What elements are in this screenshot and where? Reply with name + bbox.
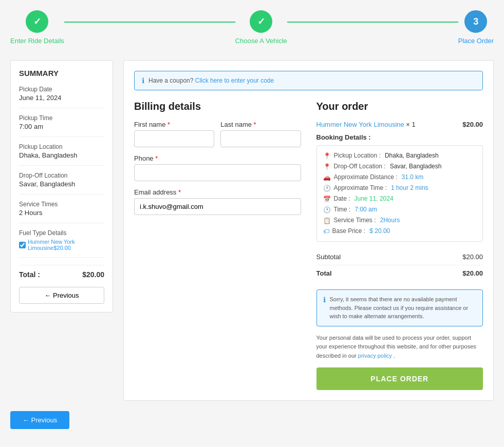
order-totals: Subtotal $20.00 Total $20.00 xyxy=(316,249,483,281)
summary-title: SUMMARY xyxy=(19,69,104,77)
privacy-text: Your personal data will be used to proce… xyxy=(316,334,483,361)
phone-row: Phone * xyxy=(134,154,301,181)
first-name-input[interactable] xyxy=(134,130,214,147)
step-circle-1: ✓ xyxy=(26,10,48,33)
phone-label: Phone * xyxy=(134,154,301,162)
step-label-3: Place Order xyxy=(458,37,494,45)
step-connector-1 xyxy=(64,22,235,23)
order-item-row: Hummer New York Limousine × 1 $20.00 xyxy=(316,121,483,128)
subtotal-label: Subtotal xyxy=(316,253,341,261)
car-icon: 🚗 xyxy=(323,174,331,181)
subtotal-value: $20.00 xyxy=(462,253,483,261)
detail-distance: 🚗 Approximate Distance : 31.0 km xyxy=(323,173,477,181)
calendar-icon: 📅 xyxy=(323,196,331,203)
booking-details-title: Booking Details : xyxy=(316,133,483,141)
billing-order-row: Billing details First name * Last name * xyxy=(134,101,483,390)
total-value: $20.00 xyxy=(82,270,104,279)
detail-service-times: 📋 Service Times : 2Hours xyxy=(323,217,477,224)
pickup-time-label: Pickup Time xyxy=(19,114,104,122)
service-times-label: Service Times xyxy=(19,201,104,208)
list-icon: 📋 xyxy=(323,217,331,224)
pickup-date-value: June 11, 2024 xyxy=(19,94,104,102)
first-name-group: First name * xyxy=(134,121,214,147)
order-panel: ℹ Have a coupon? Click here to enter you… xyxy=(123,60,494,401)
tag-icon: 🏷 xyxy=(323,228,329,235)
step-label-1: Enter Ride Details xyxy=(10,37,64,45)
payment-alert: ℹ Sorry, it seems that there are no avai… xyxy=(316,289,483,326)
detail-base-price: 🏷 Base Price : $ 20.00 xyxy=(323,227,477,235)
service-times-value: 2 Hours xyxy=(19,209,104,217)
alert-text: Sorry, it seems that there are no availa… xyxy=(330,295,477,321)
summary-pickup-time: Pickup Time 7:00 am xyxy=(19,114,104,137)
fuel-label: Fuel Type Details xyxy=(19,229,104,237)
location-icon-1: 📍 xyxy=(323,152,331,160)
phone-group: Phone * xyxy=(134,154,301,181)
step-circle-2: ✓ xyxy=(250,10,272,33)
step-place-order: 3 Place Order xyxy=(458,10,494,45)
email-group: Email address * xyxy=(134,188,301,215)
pickup-time-value: 7:00 am xyxy=(19,123,104,130)
pickup-location-value: Dhaka, Bangladesh xyxy=(19,151,104,159)
page-wrapper: ✓ Enter Ride Details ✓ Choose A Vehicle … xyxy=(0,0,504,439)
fuel-item: Hummer New York Limousine$20.00 xyxy=(19,239,104,251)
email-input[interactable] xyxy=(134,198,301,215)
email-label: Email address * xyxy=(134,188,301,196)
privacy-policy-link[interactable]: privacy policy xyxy=(358,353,392,359)
fuel-text: Hummer New York Limousine$20.00 xyxy=(28,239,104,251)
total-label: Total : xyxy=(19,270,40,279)
summary-service-times: Service Times 2 Hours xyxy=(19,201,104,223)
coupon-bar: ℹ Have a coupon? Click here to enter you… xyxy=(134,71,483,90)
order-total-value: $20.00 xyxy=(462,269,483,277)
total-row: Total $20.00 xyxy=(316,265,483,281)
summary-pickup-location: Pickup Location Dhaka, Bangladesh xyxy=(19,143,104,166)
step-enter-ride: ✓ Enter Ride Details xyxy=(10,10,64,45)
summary-pickup-date: Pickup Date June 11, 2024 xyxy=(19,86,104,108)
dropoff-location-label: Drop-Off Location xyxy=(19,172,104,179)
last-name-input[interactable] xyxy=(220,130,301,147)
pickup-date-label: Pickup Date xyxy=(19,86,104,93)
sidebar-previous-button[interactable]: ← Previous xyxy=(19,287,104,304)
coupon-text: Have a coupon? Click here to enter your … xyxy=(148,77,274,84)
your-order-section: Your order Hummer New York Limousine × 1… xyxy=(316,101,483,390)
summary-total-row: Total : $20.00 xyxy=(19,265,104,279)
first-name-label: First name * xyxy=(134,121,214,128)
booking-details-box: 📍 Pickup Location : Dhaka, Bangladesh 📍 … xyxy=(316,145,483,242)
alert-info-icon: ℹ xyxy=(323,296,326,321)
pickup-location-label: Pickup Location xyxy=(19,143,104,150)
your-order-title: Your order xyxy=(316,101,483,112)
detail-time: 🕐 Approximate Time : 1 hour 2 mins xyxy=(323,184,477,192)
detail-date: 📅 Date : June 11, 2024 xyxy=(323,195,477,203)
name-row: First name * Last name * xyxy=(134,121,301,147)
billing-title: Billing details xyxy=(134,101,301,112)
summary-panel: SUMMARY Pickup Date June 11, 2024 Pickup… xyxy=(10,60,113,313)
step-connector-2 xyxy=(287,22,458,23)
location-icon-2: 📍 xyxy=(323,163,331,170)
order-item-qty: × 1 xyxy=(406,121,415,128)
fuel-checkbox[interactable] xyxy=(19,242,26,248)
step-circle-3: 3 xyxy=(464,10,487,33)
place-order-button[interactable]: PLACE ORDER xyxy=(316,367,483,390)
summary-fuel: Fuel Type Details Hummer New York Limous… xyxy=(19,229,104,258)
detail-dropoff-location: 📍 Drop-Off Location : Savar, Bangladesh xyxy=(323,163,477,170)
email-row: Email address * xyxy=(134,188,301,215)
bottom-previous-button[interactable]: ← Previous xyxy=(10,411,69,429)
bottom-bar: ← Previous xyxy=(10,411,494,429)
clock-icon-2: 🕐 xyxy=(323,206,331,213)
order-item-price: $20.00 xyxy=(462,121,483,128)
detail-pickup-time: 🕐 Time : 7:00 am xyxy=(323,206,477,213)
last-name-label: Last name * xyxy=(220,121,301,128)
order-total-label: Total xyxy=(316,269,332,277)
dropoff-location-value: Savar, Bangladesh xyxy=(19,180,104,188)
clock-icon-1: 🕐 xyxy=(323,185,331,192)
phone-input[interactable] xyxy=(134,164,301,181)
detail-pickup-location: 📍 Pickup Location : Dhaka, Bangladesh xyxy=(323,152,477,160)
subtotal-row: Subtotal $20.00 xyxy=(316,249,483,265)
order-item-name: Hummer New York Limousine xyxy=(316,121,404,128)
info-icon: ℹ xyxy=(142,76,144,85)
main-content: SUMMARY Pickup Date June 11, 2024 Pickup… xyxy=(10,60,494,401)
stepper: ✓ Enter Ride Details ✓ Choose A Vehicle … xyxy=(10,10,494,45)
coupon-link[interactable]: Click here to enter your code xyxy=(195,77,274,84)
summary-dropoff-location: Drop-Off Location Savar, Bangladesh xyxy=(19,172,104,195)
step-choose-vehicle: ✓ Choose A Vehicle xyxy=(235,10,287,45)
step-label-2: Choose A Vehicle xyxy=(235,37,287,45)
